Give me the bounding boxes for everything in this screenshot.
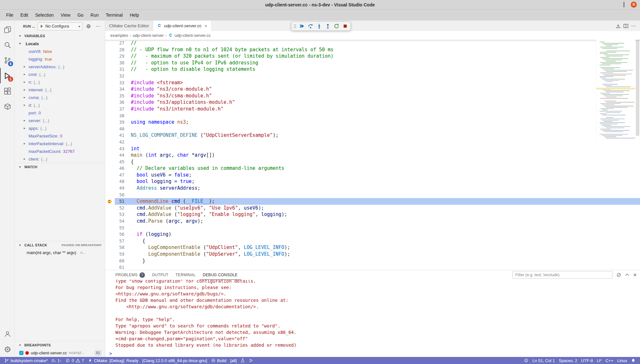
step-into-button[interactable] <box>315 22 323 30</box>
menu-go[interactable]: Go <box>74 11 87 19</box>
status-launch[interactable] <box>247 357 255 364</box>
restart-button[interactable] <box>332 22 341 30</box>
continue-button[interactable] <box>298 22 306 30</box>
console-filter-input[interactable] <box>512 271 612 279</box>
tab-debug-console[interactable]: DEBUG CONSOLE <box>199 270 241 280</box>
code-line[interactable]: 38 <box>105 112 640 119</box>
code-line[interactable]: 50 <box>105 192 640 198</box>
variable-row[interactable]: port:0 <box>15 109 105 117</box>
step-out-button[interactable] <box>324 22 332 30</box>
download-icon[interactable] <box>616 23 621 29</box>
stop-button[interactable] <box>341 22 349 30</box>
menu-terminal[interactable]: Terminal <box>102 11 126 19</box>
breakpoints-section-header[interactable]: ▾ BREAKPOINTS <box>15 341 105 349</box>
variables-section-header[interactable]: ▾ VARIABLES <box>15 32 105 40</box>
code-line[interactable]: 49 Address serverAddress; <box>105 185 640 192</box>
tab-cmake-cache-editor[interactable]: CMake Cache Editor <box>105 21 153 31</box>
status-language[interactable]: C++ <box>603 357 615 364</box>
tab-udp-client-server[interactable]: C udp-client-server.cc × <box>153 21 212 31</box>
variable-row[interactable]: ▸interPacketInterval:{...} <box>15 140 105 147</box>
code-line[interactable]: 58 LogComponentEnable ("UdpClient", LOG_… <box>105 244 640 251</box>
variable-row[interactable]: ▸internet:{...} <box>15 86 105 94</box>
variable-row[interactable]: useV6:false <box>15 47 105 55</box>
status-os[interactable]: Linux <box>615 357 629 364</box>
code-line[interactable]: 39using namespace ns3; <box>105 119 640 126</box>
code-line[interactable]: 37#include "ns3/internet-module.h" <box>105 106 640 112</box>
code-line[interactable]: 36#include "ns3/applications-module.h" <box>105 99 640 106</box>
code-line[interactable]: 33#include <fstream> <box>105 79 640 86</box>
menu-help[interactable]: Help <box>126 11 143 19</box>
code-line[interactable]: 60 } <box>105 258 640 264</box>
variable-row[interactable]: ▸apps:{...} <box>15 124 105 132</box>
code-line[interactable]: 42 <box>105 139 640 145</box>
code-line[interactable]: 47 bool useV6 = false; <box>105 172 640 178</box>
status-cmake-debug[interactable]: CMake: [Debug]: Ready <box>86 357 140 364</box>
settings-gear-icon[interactable] <box>0 342 14 357</box>
breadcrumb-folder[interactable]: udp-client-server <box>133 33 164 38</box>
variable-row[interactable]: ▸csma:{...} <box>15 94 105 101</box>
editor-scrollbar[interactable] <box>635 40 640 270</box>
code-line[interactable]: 44main (int argc, char *argv[]) <box>105 152 640 159</box>
code-line[interactable]: 59 LogComponentEnable ("UdpServer", LOG_… <box>105 251 640 258</box>
debug-console-input[interactable] <box>114 351 636 356</box>
code-line[interactable]: 40 <box>105 126 640 132</box>
code-line[interactable]: 43int <box>105 145 640 152</box>
code-line[interactable]: 34#include "ns3/core-module.h" <box>105 86 640 93</box>
status-build-target[interactable]: [all] <box>228 357 239 364</box>
breadcrumb-folder[interactable]: examples <box>110 33 128 38</box>
menu-file[interactable]: File <box>3 11 17 19</box>
status-problems[interactable]: 0 7 <box>63 357 86 364</box>
maximize-button[interactable] <box>624 2 624 7</box>
gear-icon[interactable] <box>85 23 92 30</box>
code-line[interactable]: 30// - option to use IPv4 or IPv6 addres… <box>105 60 640 66</box>
account-icon[interactable] <box>0 326 14 342</box>
code-line[interactable]: 28// - UDP flow from n0 to n1 of 1024 by… <box>105 46 640 53</box>
code-line[interactable]: 41NS_LOG_COMPONENT_DEFINE ("UdpClientSer… <box>105 132 640 139</box>
search-icon[interactable] <box>0 37 14 53</box>
close-tab-icon[interactable]: × <box>205 23 207 29</box>
status-build-button[interactable]: Build <box>209 357 228 364</box>
minimap[interactable] <box>596 40 635 147</box>
step-over-button[interactable] <box>306 22 315 30</box>
code-line[interactable]: 45{ <box>105 159 640 165</box>
variable-row[interactable]: ▸server:{...} <box>15 117 105 124</box>
variable-row[interactable]: MaxPacketSize:0 <box>15 132 105 140</box>
variable-row[interactable]: ▸n:{...} <box>15 78 105 86</box>
variable-row[interactable]: ▸d:{...} <box>15 101 105 109</box>
source-control-icon[interactable]: 6 <box>0 53 14 68</box>
close-button[interactable]: ✕ <box>631 2 637 8</box>
drag-handle-icon[interactable] <box>293 24 297 29</box>
code-line[interactable]: 46 // Declare variables used in command-… <box>105 165 640 172</box>
code-line[interactable]: 35#include "ns3/csma-module.h" <box>105 93 640 99</box>
call-stack-section-header[interactable]: ▾ CALL STACK PAUSED ON BREAKPOINT <box>15 241 105 249</box>
tab-output[interactable]: OUTPUT <box>149 270 172 280</box>
variable-row[interactable]: logging:true <box>15 55 105 63</box>
tab-terminal[interactable]: TERMINAL <box>172 270 199 280</box>
debug-console[interactable]: Type "show configuration" for configurat… <box>105 280 640 357</box>
variable-row[interactable]: maxPacketCount:32767 <box>15 147 105 155</box>
code-line[interactable]: 52 cmd.AddValue ("useIpv6", "Use Ipv6", … <box>105 205 640 211</box>
close-panel-icon[interactable]: ✕ <box>633 272 637 277</box>
code-line[interactable]: 61 <box>105 264 640 270</box>
status-branch[interactable]: buildsystem-cmake* <box>3 357 50 364</box>
code-line[interactable]: 31// - option to disable logging stateme… <box>105 66 640 73</box>
code-line[interactable]: 57 { <box>105 238 640 244</box>
menu-edit[interactable]: Edit <box>17 11 32 19</box>
code-line[interactable]: 51 CommandLine cmd (__FILE__); <box>105 198 640 205</box>
variable-row[interactable]: ▸client:{...} <box>15 155 105 163</box>
explorer-icon[interactable] <box>0 22 14 37</box>
status-cmake-kit[interactable]: [Clang 12.0.0 x86_64-pc-linux-gnu] <box>140 357 209 364</box>
menu-view[interactable]: View <box>57 11 74 19</box>
status-indentation[interactable]: Spaces: 2 <box>557 357 579 364</box>
maximize-panel-icon[interactable] <box>625 272 630 277</box>
scrollbar-thumb[interactable] <box>636 40 639 136</box>
code-line[interactable]: 54 cmd.Parse (argc, argv); <box>105 218 640 225</box>
tab-problems[interactable]: PROBLEMS 7 <box>112 270 148 280</box>
variable-row[interactable]: ▸serverAddress:{...} <box>15 63 105 70</box>
status-feedback[interactable] <box>522 357 530 364</box>
call-stack-frame[interactable]: main(int argc, char ** argv) u... <box>15 249 105 256</box>
code-line[interactable]: 29// - maximum of 320 packets sent (or l… <box>105 53 640 60</box>
scope-locals[interactable]: ▾Locals <box>15 40 105 47</box>
package-icon[interactable] <box>0 99 14 114</box>
breadcrumb-file[interactable]: udp-client-server.cc <box>174 33 211 38</box>
